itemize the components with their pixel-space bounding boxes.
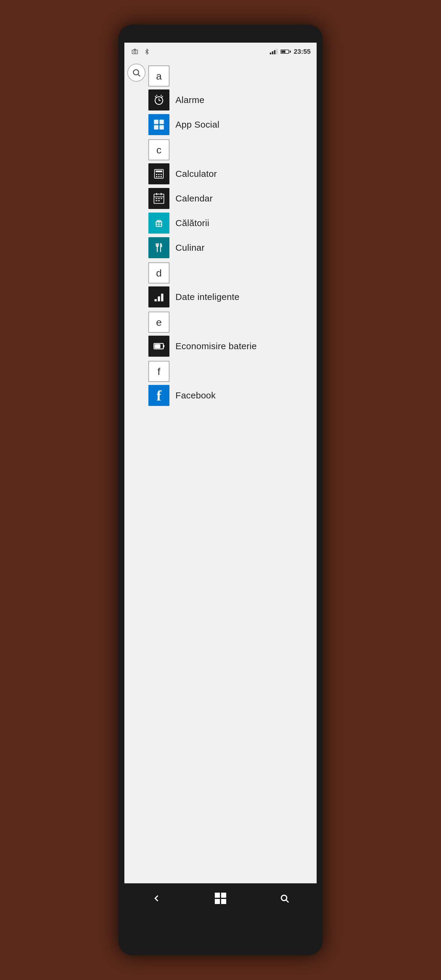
svg-rect-40 xyxy=(161,294,163,301)
svg-point-21 xyxy=(158,176,159,177)
svg-point-2 xyxy=(134,70,139,75)
app-list-area: a Alarme xyxy=(124,60,317,883)
svg-line-3 xyxy=(138,75,140,76)
app-item-date[interactable]: Date inteligente xyxy=(148,285,317,309)
svg-point-19 xyxy=(161,174,162,175)
signal-icon xyxy=(270,49,278,54)
svg-rect-38 xyxy=(154,299,156,301)
app-item-calendar[interactable]: Calendar xyxy=(148,186,317,211)
status-bar: 23:55 xyxy=(124,43,317,60)
home-button[interactable] xyxy=(209,886,232,910)
letter-divider-c[interactable]: c xyxy=(148,139,317,160)
calatorii-label: Călătorii xyxy=(175,218,209,228)
letter-box-c: c xyxy=(148,139,169,160)
sidebar xyxy=(124,60,148,883)
facebook-icon: f xyxy=(148,385,169,406)
svg-point-18 xyxy=(158,174,159,175)
svg-rect-28 xyxy=(158,198,160,199)
svg-point-17 xyxy=(156,174,157,175)
search-nav-button[interactable] xyxy=(272,886,296,910)
status-time: 23:55 xyxy=(294,48,310,56)
letter-box-f: f xyxy=(148,361,169,382)
social-label: App Social xyxy=(175,119,219,130)
calatorii-icon xyxy=(148,213,169,234)
culinar-label: Culinar xyxy=(175,243,205,253)
battery-icon xyxy=(280,49,291,54)
letter-divider-e[interactable]: e xyxy=(148,312,317,332)
svg-rect-42 xyxy=(163,345,165,347)
svg-rect-39 xyxy=(158,296,160,301)
svg-rect-29 xyxy=(161,198,162,199)
phone-device: 23:55 a xyxy=(118,25,323,955)
letter-divider-f[interactable]: f xyxy=(148,361,317,382)
svg-rect-14 xyxy=(159,125,164,130)
facebook-label: Facebook xyxy=(175,390,216,401)
svg-rect-13 xyxy=(154,125,159,130)
svg-line-45 xyxy=(286,900,289,902)
svg-point-44 xyxy=(282,895,287,901)
alarme-icon xyxy=(148,89,169,110)
facebook-f-letter: f xyxy=(156,387,161,404)
app-item-calatorii[interactable]: Călătorii xyxy=(148,211,317,235)
svg-rect-31 xyxy=(158,200,160,202)
svg-point-20 xyxy=(156,176,157,177)
back-button[interactable] xyxy=(145,886,169,910)
calculator-label: Calculator xyxy=(175,169,217,179)
letter-divider-d[interactable]: d xyxy=(148,262,317,283)
date-label: Date inteligente xyxy=(175,292,239,302)
status-right: 23:55 xyxy=(270,48,310,56)
economisire-icon xyxy=(148,336,169,357)
svg-line-8 xyxy=(161,96,163,97)
nav-bar xyxy=(124,883,317,913)
windows-logo xyxy=(215,892,226,904)
svg-rect-43 xyxy=(155,345,160,348)
economisire-label: Economisire baterie xyxy=(175,341,257,351)
svg-rect-30 xyxy=(156,200,158,202)
social-icon xyxy=(148,114,169,135)
bluetooth-status-icon xyxy=(142,47,151,56)
svg-rect-11 xyxy=(154,120,159,124)
svg-point-22 xyxy=(161,176,162,177)
svg-rect-12 xyxy=(159,120,164,124)
camera-status-icon xyxy=(131,47,139,56)
app-item-social[interactable]: App Social xyxy=(148,112,317,137)
app-item-culinar[interactable]: Culinar xyxy=(148,235,317,260)
status-icons-left xyxy=(131,47,151,56)
letter-box-e: e xyxy=(148,312,169,332)
app-list: a Alarme xyxy=(148,60,317,883)
calendar-label: Calendar xyxy=(175,193,213,204)
app-item-economisire[interactable]: Economisire baterie xyxy=(148,334,317,358)
phone-screen: 23:55 a xyxy=(124,43,317,913)
calculator-icon xyxy=(148,163,169,185)
app-item-facebook[interactable]: f Facebook xyxy=(148,383,317,408)
app-item-calculator[interactable]: Calculator xyxy=(148,162,317,186)
alarme-label: Alarme xyxy=(175,95,205,105)
svg-rect-27 xyxy=(156,198,158,199)
svg-rect-16 xyxy=(156,170,162,172)
letter-divider-a[interactable]: a xyxy=(148,65,317,86)
svg-point-1 xyxy=(134,51,136,53)
letter-box-a: a xyxy=(148,65,169,86)
svg-line-7 xyxy=(155,96,156,97)
culinar-icon xyxy=(148,237,169,258)
app-item-alarme[interactable]: Alarme xyxy=(148,88,317,112)
calendar-icon xyxy=(148,188,169,209)
date-icon xyxy=(148,286,169,307)
letter-box-d: d xyxy=(148,262,169,283)
search-button[interactable] xyxy=(127,64,145,82)
